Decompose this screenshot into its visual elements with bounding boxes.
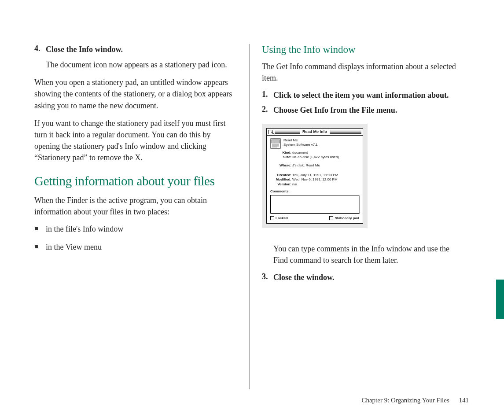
- step-number: 2.: [262, 105, 273, 115]
- comments-label: Comments:: [270, 189, 359, 194]
- file-app: System Software v7.1: [283, 143, 318, 147]
- step-1: 1. Click to select the item you want inf…: [262, 90, 464, 100]
- info-window-title: Read Me Info: [300, 129, 330, 134]
- page-content: 4. Close the Info window. The document i…: [34, 44, 469, 389]
- paragraph-change-stationery: If you want to change the stationery pad…: [34, 118, 237, 163]
- stationery-label: Stationery pad: [335, 216, 359, 221]
- step-number: 1.: [262, 90, 273, 100]
- list-item: in the file's Info window: [34, 224, 237, 235]
- step-number: 3.: [262, 272, 273, 283]
- info-header: Read Me System Software v7.1: [270, 138, 359, 149]
- checkbox-icon: [270, 216, 274, 220]
- locked-checkbox[interactable]: Locked: [270, 216, 288, 221]
- where-label: Where:: [270, 163, 292, 168]
- version-row: Version: n/a: [270, 182, 359, 187]
- step-number: 4.: [34, 44, 46, 55]
- info-places-list: in the file's Info window in the View me…: [34, 224, 237, 253]
- info-window: ↖ Read Me Info: [266, 128, 363, 224]
- heading-getting-info: Getting information about your files: [34, 174, 237, 188]
- step-text: Choose Get Info from the File menu.: [273, 105, 397, 115]
- right-column: Using the Info window The Get Info comma…: [249, 44, 469, 389]
- page-number: 141: [459, 397, 469, 404]
- paragraph-open-stationery: When you open a stationery pad, an untit…: [34, 77, 237, 111]
- list-item: in the View menu: [34, 242, 237, 253]
- info-window-titlebar: ↖ Read Me Info: [267, 129, 363, 136]
- svg-rect-0: [271, 139, 280, 148]
- heading-using-info: Using the Info window: [262, 44, 464, 55]
- info-comments-note: You can type comments in the Info window…: [273, 243, 464, 266]
- size-row: Size: 3K on disk (1,622 bytes used): [270, 155, 359, 159]
- kind-row: Kind: document: [270, 151, 359, 155]
- where-value: J's disk: Read Me: [292, 163, 320, 168]
- kind-value: document: [292, 151, 308, 155]
- step-text: Click to select the item you want inform…: [273, 90, 449, 100]
- size-label: Size:: [270, 155, 292, 159]
- modified-value: Wed, Nov 6, 1991, 12:00 PM: [292, 177, 338, 182]
- step-text: Close the Info window.: [46, 44, 123, 55]
- version-label: Version:: [270, 182, 292, 187]
- modified-label: Modified:: [270, 177, 292, 182]
- created-row: Created: Thu, July 11, 1991, 11:13 PM: [270, 173, 359, 177]
- info-window-figure: ↖ Read Me Info: [262, 124, 368, 228]
- page-footer: Chapter 9: Organizing Your Files 141: [361, 397, 469, 404]
- page-edge-tab: [496, 280, 504, 319]
- where-row: Where: J's disk: Read Me: [270, 163, 359, 168]
- step-text: Close the window.: [273, 272, 335, 283]
- created-value: Thu, July 11, 1991, 11:13 PM: [292, 173, 338, 177]
- created-label: Created:: [270, 173, 292, 177]
- close-box[interactable]: [268, 130, 272, 134]
- stationery-checkbox[interactable]: Stationery pad: [329, 216, 359, 221]
- step-4: 4. Close the Info window.: [34, 44, 237, 55]
- paragraph-finder-info: When the Finder is the active program, y…: [34, 195, 237, 217]
- file-name: Read Me: [283, 138, 318, 143]
- checkbox-row: Locked Stationery pad: [270, 216, 359, 221]
- chapter-label: Chapter 9: Organizing Your Files: [361, 397, 449, 404]
- size-value: 3K on disk (1,622 bytes used): [292, 155, 339, 159]
- document-icon: [270, 138, 281, 149]
- left-column: 4. Close the Info window. The document i…: [34, 44, 249, 389]
- step-2: 2. Choose Get Info from the File menu.: [262, 105, 464, 115]
- kind-label: Kind:: [270, 151, 292, 155]
- version-value: n/a: [292, 182, 297, 187]
- locked-label: Locked: [276, 216, 288, 221]
- step-4-subtext: The document icon now appears as a stati…: [46, 59, 237, 70]
- checkbox-icon: [329, 216, 333, 220]
- paragraph-get-info-intro: The Get Info command displays informatio…: [262, 61, 464, 84]
- comments-box[interactable]: [270, 195, 359, 214]
- step-3: 3. Close the window.: [262, 272, 464, 283]
- info-window-body: Read Me System Software v7.1 Kind: docum…: [267, 136, 363, 223]
- modified-row: Modified: Wed, Nov 6, 1991, 12:00 PM: [270, 177, 359, 182]
